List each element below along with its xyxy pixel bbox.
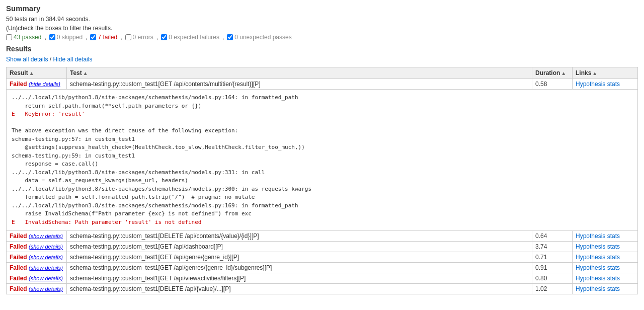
details-links: Show all details / Hide all details	[6, 56, 638, 63]
filter-expected-label: 0 expected failures	[169, 34, 219, 41]
show-details-text[interactable]: (show details)	[29, 275, 63, 281]
result-cell: Failed (show details)	[7, 263, 67, 273]
filter-failed-checkbox[interactable]	[90, 34, 96, 40]
results-table: Result ▲ Test ▲ Duration ▲	[6, 67, 638, 294]
filter-skipped-label: 0 skipped	[57, 34, 83, 41]
links-cell: Hypothesis stats	[573, 263, 638, 273]
table-row: Failed (show details)schema-testing.py::…	[7, 242, 638, 252]
duration-sort-icon[interactable]: ▲	[561, 70, 566, 76]
duration-cell: 0.71	[532, 252, 573, 263]
col-header-links: Links ▲	[573, 67, 638, 79]
table-row: Failed (show details)schema-testing.py::…	[7, 263, 638, 273]
filter-skipped-checkbox[interactable]	[49, 34, 55, 40]
col-header-result: Result ▲	[7, 67, 67, 79]
result-cell: Failed (show details)	[7, 273, 67, 284]
result-cell: Failed (hide details)	[7, 79, 67, 90]
filter-failed-label: 7 failed	[98, 34, 117, 41]
result-sort-icon[interactable]: ▲	[29, 70, 34, 76]
links-cell: Hypothesis stats	[573, 273, 638, 284]
result-failed-label: Failed	[10, 275, 27, 282]
filter-expected-checkbox[interactable]	[161, 34, 167, 40]
show-all-details-link[interactable]: Show all details	[6, 56, 48, 63]
summary-title: Summary	[6, 4, 638, 13]
summary-line1: 50 tests ran in 384.94 seconds.	[6, 16, 638, 23]
filter-passed[interactable]: 43 passed	[6, 34, 41, 41]
sep5: ,	[222, 34, 224, 41]
result-failed-label: Failed	[10, 81, 27, 88]
hypothesis-stats-link[interactable]: Hypothesis stats	[576, 81, 620, 88]
filter-passed-label: 43 passed	[14, 34, 41, 41]
table-row: Failed (hide details)schema-testing.py::…	[7, 79, 638, 90]
show-details-text[interactable]: (show details)	[29, 233, 63, 239]
table-row: Failed (show details)schema-testing.py::…	[7, 252, 638, 263]
result-cell: Failed (show details)	[7, 242, 67, 252]
table-header-row: Result ▲ Test ▲ Duration ▲	[7, 67, 638, 79]
hide-all-details-link[interactable]: Hide all details	[53, 56, 92, 63]
test-cell: schema-testing.py::custom_test1[GET /api…	[67, 273, 532, 284]
test-cell: schema-testing.py::custom_test1[DELETE /…	[67, 231, 532, 242]
filter-expected[interactable]: 0 expected failures	[161, 34, 219, 41]
filter-unexpected[interactable]: 0 unexpected passes	[227, 34, 291, 41]
table-row: Failed (show details)schema-testing.py::…	[7, 273, 638, 284]
duration-cell: 0.80	[532, 273, 573, 284]
exception-row: ../../.local/lib/python3.8/site-packages…	[7, 90, 638, 231]
filter-passed-checkbox[interactable]	[6, 34, 12, 40]
duration-cell: 3.74	[532, 242, 573, 252]
hypothesis-stats-link[interactable]: Hypothesis stats	[576, 232, 620, 240]
links-cell: Hypothesis stats	[573, 284, 638, 294]
hypothesis-stats-link[interactable]: Hypothesis stats	[576, 264, 620, 271]
test-sort-icon[interactable]: ▲	[83, 70, 88, 76]
filter-errors-label: 0 errors	[133, 34, 153, 41]
result-failed-label: Failed	[10, 264, 27, 271]
filter-skipped[interactable]: 0 skipped	[49, 34, 83, 41]
test-cell: schema-testing.py::custom_test1[GET /api…	[67, 79, 532, 90]
sep2: ,	[86, 34, 87, 41]
test-cell: schema-testing.py::custom_test1[GET /api…	[67, 252, 532, 263]
sep1: ,	[44, 34, 46, 41]
test-cell: schema-testing.py::custom_test1[GET /api…	[67, 242, 532, 252]
table-row: Failed (show details)schema-testing.py::…	[7, 284, 638, 294]
show-details-text[interactable]: (show details)	[29, 265, 63, 271]
show-details-text[interactable]: (show details)	[29, 254, 63, 260]
result-failed-label: Failed	[10, 232, 27, 240]
result-failed-label: Failed	[10, 254, 27, 261]
result-cell: Failed (show details)	[7, 231, 67, 242]
links-sort-icon[interactable]: ▲	[592, 70, 597, 76]
duration-cell: 0.58	[532, 79, 573, 90]
filter-errors-checkbox[interactable]	[125, 34, 131, 40]
sep4: ,	[156, 34, 158, 41]
filter-errors[interactable]: 0 errors	[125, 34, 153, 41]
test-cell: schema-testing.py::custom_test1[DELETE /…	[67, 284, 532, 294]
filter-bar: 43 passed , 0 skipped , 7 failed , 0 err…	[6, 34, 638, 41]
col-header-duration: Duration ▲	[532, 67, 573, 79]
result-failed-label: Failed	[10, 285, 27, 292]
show-details-text[interactable]: (show details)	[29, 286, 63, 292]
hypothesis-stats-link[interactable]: Hypothesis stats	[576, 285, 620, 292]
sep3: ,	[120, 34, 122, 41]
table-row: Failed (show details)schema-testing.py::…	[7, 231, 638, 242]
summary-line2: (Un)check the boxes to filter the result…	[6, 25, 638, 32]
test-cell: schema-testing.py::custom_test1[GET /api…	[67, 263, 532, 273]
result-cell: Failed (show details)	[7, 252, 67, 263]
duration-cell: 0.64	[532, 231, 573, 242]
duration-cell: 1.02	[532, 284, 573, 294]
result-cell: Failed (show details)	[7, 284, 67, 294]
hypothesis-stats-link[interactable]: Hypothesis stats	[576, 275, 620, 282]
filter-unexpected-checkbox[interactable]	[227, 34, 233, 40]
results-title: Results	[6, 45, 638, 53]
links-cell: Hypothesis stats	[573, 252, 638, 263]
exception-cell: ../../.local/lib/python3.8/site-packages…	[7, 90, 638, 231]
show-details-text[interactable]: (show details)	[29, 244, 63, 250]
filter-failed[interactable]: 7 failed	[90, 34, 117, 41]
filter-unexpected-label: 0 unexpected passes	[234, 34, 291, 41]
hypothesis-stats-link[interactable]: Hypothesis stats	[576, 254, 620, 261]
col-header-test: Test ▲	[67, 67, 532, 79]
result-failed-label: Failed	[10, 243, 27, 250]
show-details-text[interactable]: (hide details)	[29, 81, 60, 87]
links-cell: Hypothesis stats	[573, 231, 638, 242]
results-section: Results Show all details / Hide all deta…	[6, 45, 638, 294]
links-cell: Hypothesis stats	[573, 242, 638, 252]
hypothesis-stats-link[interactable]: Hypothesis stats	[576, 243, 620, 250]
duration-cell: 0.91	[532, 263, 573, 273]
links-cell: Hypothesis stats	[573, 79, 638, 90]
